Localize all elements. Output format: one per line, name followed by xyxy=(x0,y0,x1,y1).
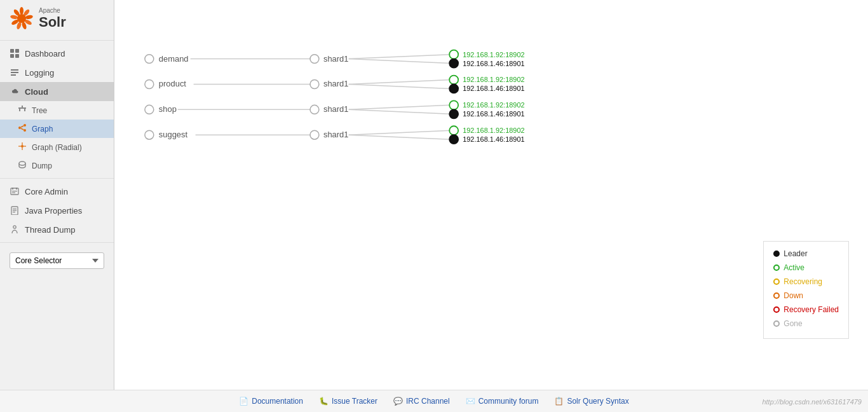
dashboard-icon xyxy=(10,48,20,58)
edge-shop-replica2 xyxy=(349,109,450,114)
svg-rect-15 xyxy=(11,72,18,73)
svg-rect-12 xyxy=(10,54,14,58)
legend-dot-leader xyxy=(773,251,780,257)
java-properties-label: Java Properties xyxy=(25,206,82,216)
thread-icon xyxy=(10,224,20,235)
sidebar-nav: Dashboard Logging Cloud xyxy=(0,41,114,390)
logging-icon xyxy=(10,67,20,78)
node-product-shard1[interactable] xyxy=(310,80,319,89)
label-demand-replica-active: 192.168.1.92:18902 xyxy=(463,51,524,58)
label-product-replica-active: 192.168.1.92:18902 xyxy=(463,76,524,83)
svg-rect-11 xyxy=(15,49,19,53)
legend-item-down: Down xyxy=(773,290,839,301)
svg-rect-20 xyxy=(18,107,26,109)
svg-point-26 xyxy=(21,145,24,148)
label-shop-replica-leader: 192.168.1.46:18901 xyxy=(463,110,524,118)
footer-solr-query-syntax[interactable]: 📋 Solr Query Syntax xyxy=(554,397,628,406)
edge-shop-replica1 xyxy=(349,105,450,109)
graph-icon xyxy=(18,123,27,134)
legend-item-gone: Gone xyxy=(773,318,839,329)
sidebar-item-logging[interactable]: Logging xyxy=(0,63,114,82)
footer-community-forum[interactable]: ✉️ Community forum xyxy=(466,397,539,406)
svg-rect-14 xyxy=(11,69,18,71)
footer-solr-query-syntax-label: Solr Query Syntax xyxy=(567,397,628,406)
svg-rect-40 xyxy=(13,212,15,212)
node-demand-shard1[interactable] xyxy=(310,55,319,64)
node-product[interactable] xyxy=(145,80,154,89)
main-layout: Apache Solr Dashboard Logging xyxy=(0,0,868,390)
sidebar-item-core-admin[interactable]: Core Admin xyxy=(0,182,114,201)
node-demand-replica-active[interactable] xyxy=(449,50,458,59)
graph-label: Graph xyxy=(32,125,53,134)
tree-icon xyxy=(18,105,27,116)
legend-dot-gone xyxy=(773,320,780,327)
node-demand-replica-leader[interactable] xyxy=(449,59,458,68)
footer-documentation[interactable]: 📄 Documentation xyxy=(239,397,303,406)
legend-item-recovery-failed: Recovery Failed xyxy=(773,304,839,315)
cloud-label: Cloud xyxy=(25,87,48,97)
query-icon: 📋 xyxy=(554,397,564,406)
node-shop[interactable] xyxy=(145,105,154,114)
sidebar-item-graph-radial[interactable]: Graph (Radial) xyxy=(0,138,114,156)
core-selector[interactable]: Core Selector xyxy=(10,252,104,269)
node-product-replica-leader[interactable] xyxy=(449,84,458,93)
sidebar-item-tree[interactable]: Tree xyxy=(0,101,114,120)
legend-label-gone: Gone xyxy=(783,318,802,329)
footer-issue-tracker-label: Issue Tracker xyxy=(332,397,377,406)
node-product-replica-active[interactable] xyxy=(449,76,458,85)
svg-point-7 xyxy=(10,15,18,20)
node-suggest[interactable] xyxy=(145,130,154,139)
label-suggest-replica-active: 192.168.1.92:18902 xyxy=(463,127,524,134)
legend-label-recovering: Recovering xyxy=(783,276,822,287)
footer-community-forum-label: Community forum xyxy=(478,397,539,406)
svg-point-23 xyxy=(24,129,26,132)
tree-label: Tree xyxy=(32,106,47,115)
sidebar-item-cloud[interactable]: Cloud xyxy=(0,82,114,101)
logo-area: Apache Solr xyxy=(0,0,114,41)
legend-dot-active xyxy=(773,264,780,271)
node-suggest-shard1[interactable] xyxy=(310,130,319,139)
svg-point-9 xyxy=(17,14,26,23)
svg-rect-13 xyxy=(15,54,19,58)
node-suggest-replica-leader[interactable] xyxy=(449,135,458,144)
node-demand[interactable] xyxy=(145,55,154,64)
graph-svg: demand shard1 192.168.1.92:18902 192.168… xyxy=(127,13,855,331)
label-demand-replica-leader: 192.168.1.46:18901 xyxy=(463,60,524,67)
svg-rect-19 xyxy=(24,109,25,111)
sidebar-item-thread-dump[interactable]: Thread Dump xyxy=(0,220,114,239)
forum-icon: ✉️ xyxy=(466,397,475,406)
svg-rect-39 xyxy=(13,210,17,211)
sidebar-item-dashboard[interactable]: Dashboard xyxy=(0,44,114,63)
java-icon xyxy=(10,205,20,216)
footer-issue-tracker[interactable]: 🐛 Issue Tracker xyxy=(319,397,377,406)
svg-point-21 xyxy=(18,127,21,129)
main-content: demand shard1 192.168.1.92:18902 192.168… xyxy=(114,0,868,390)
radial-icon xyxy=(18,142,27,153)
node-shop-replica-leader[interactable] xyxy=(449,109,458,118)
node-shop-shard1[interactable] xyxy=(310,105,319,114)
svg-rect-35 xyxy=(12,191,17,191)
label-shop: shop xyxy=(159,104,177,114)
thread-dump-label: Thread Dump xyxy=(25,225,75,235)
sidebar-item-dump[interactable]: Dump xyxy=(0,156,114,175)
svg-line-24 xyxy=(21,126,24,127)
legend-dot-recovering xyxy=(773,278,780,285)
node-suggest-replica-active[interactable] xyxy=(449,126,458,135)
dashboard-label: Dashboard xyxy=(25,49,65,58)
node-shop-replica-active[interactable] xyxy=(449,100,458,109)
label-product-replica-leader: 192.168.1.46:18901 xyxy=(463,85,524,92)
label-shop-shard1: shard1 xyxy=(323,104,349,114)
watermark: http://blog.csdn.net/x631617479 xyxy=(762,398,862,406)
label-demand-shard1: shard1 xyxy=(323,54,349,64)
label-suggest: suggest xyxy=(159,130,188,139)
svg-rect-10 xyxy=(10,49,14,53)
footer-irc-channel[interactable]: 💬 IRC Channel xyxy=(393,397,450,406)
dump-icon xyxy=(18,160,27,171)
label-product-shard1: shard1 xyxy=(323,79,349,88)
sidebar-item-java-properties[interactable]: Java Properties xyxy=(0,201,114,220)
legend-dot-down xyxy=(773,292,780,299)
logo-apache: Apache xyxy=(39,7,66,14)
sidebar-item-graph[interactable]: Graph xyxy=(0,120,114,138)
core-selector-wrap: Core Selector xyxy=(0,246,114,275)
dump-label: Dump xyxy=(32,161,52,170)
